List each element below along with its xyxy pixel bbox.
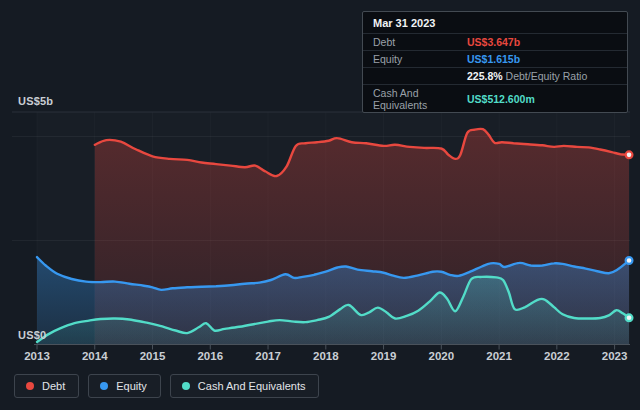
- tooltip-cash-label: Cash And Equivalents: [373, 87, 467, 111]
- cash-and-equivalents-end-marker[interactable]: [626, 314, 633, 321]
- legend-item-cash-and-equivalents[interactable]: Cash And Equivalents: [170, 374, 320, 398]
- y-axis-zero-label: US$0: [18, 329, 46, 341]
- equity-series-dot-icon: [100, 382, 108, 390]
- debt-end-marker[interactable]: [626, 151, 633, 158]
- tooltip-ratio-text: Debt/Equity Ratio: [506, 70, 588, 82]
- tooltip-ratio-row: 225.8% Debt/Equity Ratio: [363, 67, 627, 84]
- legend: DebtEquityCash And Equivalents: [14, 374, 319, 398]
- legend-label: Debt: [42, 380, 65, 392]
- equity-end-marker[interactable]: [626, 257, 633, 264]
- legend-label: Cash And Equivalents: [198, 380, 306, 392]
- tooltip-debt-value: US$3.647b: [467, 36, 617, 48]
- debt-series-dot-icon: [26, 382, 34, 390]
- tooltip-cash-row: Cash And Equivalents US$512.600m: [363, 84, 627, 112]
- tooltip-equity-row: Equity US$1.615b: [363, 50, 627, 67]
- chart-tooltip: Mar 31 2023 Debt US$3.647b Equity US$1.6…: [362, 11, 628, 113]
- tooltip-equity-label: Equity: [373, 53, 467, 65]
- legend-label: Equity: [116, 380, 147, 392]
- tooltip-date: Mar 31 2023: [363, 12, 627, 33]
- y-axis-max-label: US$5b: [18, 95, 53, 107]
- tooltip-ratio-value: 225.8% Debt/Equity Ratio: [467, 70, 617, 82]
- legend-item-equity[interactable]: Equity: [88, 374, 161, 398]
- tooltip-equity-value: US$1.615b: [467, 53, 617, 65]
- legend-item-debt[interactable]: Debt: [14, 374, 79, 398]
- debt-equity-history-card: US$5b US$0 20132014201520162017201820192…: [0, 0, 640, 410]
- tooltip-debt-label: Debt: [373, 36, 467, 48]
- cash-series-dot-icon: [182, 382, 190, 390]
- tooltip-debt-row: Debt US$3.647b: [363, 33, 627, 50]
- tooltip-cash-value: US$512.600m: [467, 93, 617, 105]
